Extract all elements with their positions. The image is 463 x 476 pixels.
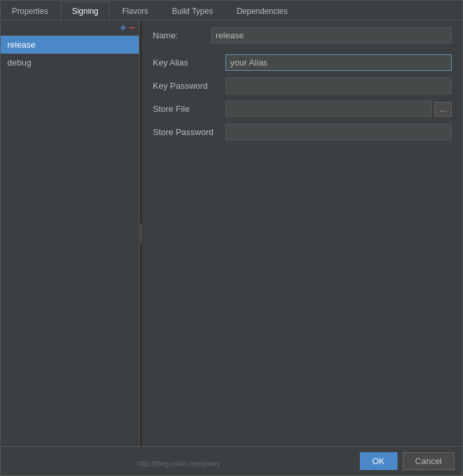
field-label-store-password: Store Password <box>153 127 226 137</box>
name-input[interactable] <box>211 27 452 44</box>
tab-signing[interactable]: Signing <box>61 2 110 20</box>
left-section: + − releasedebug <box>1 21 140 446</box>
list-items: releasedebug <box>1 36 139 446</box>
tab-dependencies[interactable]: Dependencies <box>226 2 299 20</box>
field-input-key-password[interactable] <box>226 77 452 94</box>
list-header-actions: + − <box>1 21 139 36</box>
remove-button[interactable]: − <box>129 23 135 33</box>
main-content: + − releasedebug Name: Key AliasKey Pass… <box>1 21 462 446</box>
bottom-bar: http://blog.csdn.net/qunoy OK Cancel <box>1 446 462 475</box>
field-row-key-password: Key Password <box>153 77 452 94</box>
field-row-store-file: Store File... <box>153 101 452 117</box>
ok-button[interactable]: OK <box>360 452 398 470</box>
form-fields: Key AliasKey PasswordStore File...Store … <box>153 54 452 140</box>
list-item-debug[interactable]: debug <box>1 54 139 71</box>
field-row-store-password: Store Password <box>153 124 452 140</box>
watermark: http://blog.csdn.net/qunoy <box>1 459 357 467</box>
field-row-key-alias: Key Alias <box>153 54 452 71</box>
field-label-key-password: Key Password <box>153 81 226 91</box>
right-panel: Name: Key AliasKey PasswordStore File...… <box>142 21 462 446</box>
cancel-button[interactable]: Cancel <box>403 452 454 470</box>
tab-properties[interactable]: Properties <box>1 2 60 20</box>
name-label: Name: <box>153 30 206 40</box>
list-item-release[interactable]: release <box>1 36 139 54</box>
name-row: Name: <box>153 27 452 44</box>
panel-divider[interactable] <box>140 21 142 446</box>
tab-bar: PropertiesSigningFlavorsBuild TypesDepen… <box>1 1 462 21</box>
dialog: PropertiesSigningFlavorsBuild TypesDepen… <box>0 0 463 476</box>
field-input-store-password[interactable] <box>226 124 452 140</box>
tab-flavors[interactable]: Flavors <box>111 2 159 20</box>
tab-build-types[interactable]: Build Types <box>161 2 224 20</box>
add-button[interactable]: + <box>120 23 126 33</box>
field-input-key-alias[interactable] <box>226 54 452 71</box>
field-label-store-file: Store File <box>153 104 226 114</box>
field-input-store-file[interactable] <box>226 101 432 117</box>
field-label-key-alias: Key Alias <box>153 58 226 68</box>
browse-button-store-file[interactable]: ... <box>435 102 452 117</box>
